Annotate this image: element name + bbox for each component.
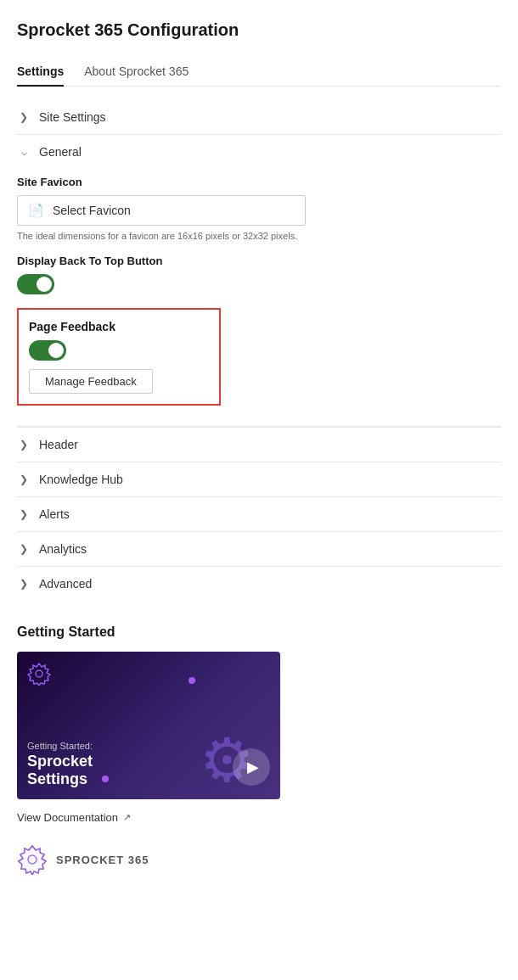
play-button[interactable]: ▶ xyxy=(233,748,270,786)
getting-started-title: Getting Started xyxy=(17,624,501,640)
alerts-label: Alerts xyxy=(39,507,70,521)
general-section: ⌵ General Site Favicon 📄 Select Favicon … xyxy=(17,135,501,427)
analytics-label: Analytics xyxy=(39,542,87,556)
select-favicon-text: Select Favicon xyxy=(53,204,131,217)
video-title: Sprocket Settings xyxy=(27,753,93,789)
play-icon: ▶ xyxy=(247,758,259,776)
page-feedback-box: Page Feedback Manage Feedback xyxy=(17,308,221,406)
manage-feedback-button[interactable]: Manage Feedback xyxy=(29,369,153,394)
site-favicon-label: Site Favicon xyxy=(17,176,501,188)
tab-about[interactable]: About Sprocket 365 xyxy=(84,58,189,87)
footer-logo-text: SPROCKET 365 xyxy=(56,854,149,866)
header-chevron-icon: ❯ xyxy=(17,438,31,451)
advanced-chevron-icon: ❯ xyxy=(17,577,31,591)
favicon-hint-text: The ideal dimensions for a favicon are 1… xyxy=(17,231,501,241)
general-content: Site Favicon 📄 Select Favicon The ideal … xyxy=(17,169,501,419)
getting-started-section: Getting Started ⚙ Getting Started: xyxy=(17,624,501,875)
footer-sprocket-icon xyxy=(17,844,48,875)
tab-settings[interactable]: Settings xyxy=(17,58,64,87)
page-feedback-label: Page Feedback xyxy=(29,320,209,333)
svg-marker-4 xyxy=(19,846,46,875)
back-to-top-toggle[interactable] xyxy=(17,274,54,294)
site-settings-row[interactable]: ❯ Site Settings xyxy=(17,100,501,135)
general-label: General xyxy=(39,145,82,159)
alerts-chevron-icon: ❯ xyxy=(17,507,31,521)
page-title: Sprocket 365 Configuration xyxy=(17,20,501,40)
site-settings-chevron-icon: ❯ xyxy=(17,110,31,124)
view-documentation-link[interactable]: View Documentation ↗ xyxy=(17,811,501,824)
view-docs-text: View Documentation xyxy=(17,811,118,824)
video-thumbnail[interactable]: ⚙ Getting Started: Sprocket Settings xyxy=(17,652,280,799)
alerts-row[interactable]: ❯ Alerts xyxy=(17,497,501,532)
video-subtitle: Getting Started: xyxy=(27,741,93,751)
header-row[interactable]: ❯ Header xyxy=(17,428,501,462)
site-settings-label: Site Settings xyxy=(39,110,106,124)
back-to-top-field: Display Back To Top Button xyxy=(17,255,501,294)
general-header-row[interactable]: ⌵ General xyxy=(17,135,501,169)
advanced-label: Advanced xyxy=(39,577,92,591)
tabs-bar: Settings About Sprocket 365 xyxy=(17,57,501,87)
video-overlay: Getting Started: Sprocket Settings ▶ xyxy=(17,652,280,799)
page-feedback-toggle[interactable] xyxy=(29,340,66,361)
analytics-row[interactable]: ❯ Analytics xyxy=(17,532,501,567)
video-text-block: Getting Started: Sprocket Settings xyxy=(27,741,93,789)
video-text-area: Getting Started: Sprocket Settings ▶ xyxy=(27,741,270,789)
file-icon: 📄 xyxy=(28,203,44,218)
sections-container: ❯ Header ❯ Knowledge Hub ❯ Alerts ❯ Anal… xyxy=(17,427,501,601)
analytics-chevron-icon: ❯ xyxy=(17,542,31,556)
external-link-icon: ↗ xyxy=(123,812,131,823)
knowledge-hub-row[interactable]: ❯ Knowledge Hub xyxy=(17,462,501,497)
advanced-row[interactable]: ❯ Advanced xyxy=(17,567,501,601)
page-container: Sprocket 365 Configuration Settings Abou… xyxy=(0,0,518,895)
knowledge-hub-chevron-icon: ❯ xyxy=(17,473,31,486)
footer-logo: SPROCKET 365 xyxy=(17,844,501,875)
back-to-top-label: Display Back To Top Button xyxy=(17,255,501,267)
select-favicon-button[interactable]: 📄 Select Favicon xyxy=(17,195,306,226)
general-chevron-icon: ⌵ xyxy=(17,145,31,159)
knowledge-hub-label: Knowledge Hub xyxy=(39,473,123,486)
header-label: Header xyxy=(39,438,78,451)
